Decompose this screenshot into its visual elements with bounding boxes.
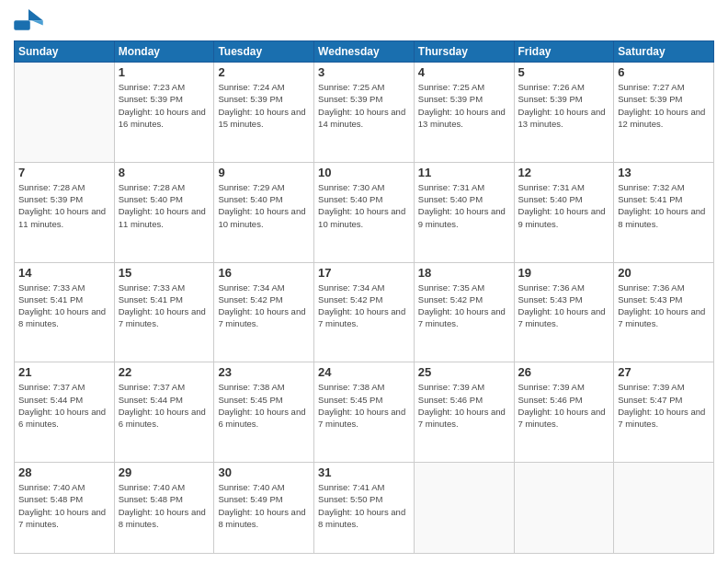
day-number: 27: [618, 365, 710, 379]
day-info: Sunrise: 7:25 AMSunset: 5:39 PMDaylight:…: [318, 81, 410, 130]
day-info: Sunrise: 7:41 AMSunset: 5:50 PMDaylight:…: [318, 481, 410, 530]
day-info: Sunrise: 7:38 AMSunset: 5:45 PMDaylight:…: [318, 381, 410, 430]
calendar-day-cell: 6Sunrise: 7:27 AMSunset: 5:39 PMDaylight…: [614, 63, 714, 163]
day-number: 28: [18, 465, 110, 479]
calendar-day-cell: 8Sunrise: 7:28 AMSunset: 5:40 PMDaylight…: [114, 162, 214, 262]
calendar-table: SundayMondayTuesdayWednesdayThursdayFrid…: [14, 40, 714, 554]
calendar-week-row: 7Sunrise: 7:28 AMSunset: 5:39 PMDaylight…: [15, 162, 714, 262]
day-info: Sunrise: 7:32 AMSunset: 5:41 PMDaylight:…: [618, 181, 710, 230]
day-number: 7: [18, 166, 110, 179]
calendar-day-cell: 23Sunrise: 7:38 AMSunset: 5:45 PMDayligh…: [214, 362, 314, 463]
calendar-day-cell: [614, 463, 714, 554]
weekday-header: Saturday: [614, 41, 714, 63]
day-number: 6: [618, 65, 710, 79]
day-number: 14: [18, 266, 110, 280]
day-number: 25: [418, 365, 510, 379]
calendar-week-row: 14Sunrise: 7:33 AMSunset: 5:41 PMDayligh…: [15, 262, 714, 362]
day-info: Sunrise: 7:34 AMSunset: 5:42 PMDaylight:…: [218, 282, 310, 330]
header: [14, 9, 714, 35]
day-info: Sunrise: 7:35 AMSunset: 5:42 PMDaylight:…: [418, 282, 510, 330]
calendar-day-cell: 11Sunrise: 7:31 AMSunset: 5:40 PMDayligh…: [414, 162, 514, 262]
day-info: Sunrise: 7:25 AMSunset: 5:39 PMDaylight:…: [418, 81, 510, 130]
day-info: Sunrise: 7:31 AMSunset: 5:40 PMDaylight:…: [418, 181, 510, 230]
calendar-day-cell: 19Sunrise: 7:36 AMSunset: 5:43 PMDayligh…: [514, 262, 614, 362]
weekday-header: Wednesday: [314, 41, 415, 63]
calendar-day-cell: [15, 63, 115, 163]
day-number: 9: [218, 166, 310, 179]
day-number: 31: [318, 465, 410, 479]
weekday-header: Thursday: [414, 41, 514, 63]
day-number: 1: [119, 65, 210, 79]
day-number: 18: [418, 266, 510, 280]
calendar-day-cell: 10Sunrise: 7:30 AMSunset: 5:40 PMDayligh…: [314, 162, 415, 262]
day-number: 20: [618, 266, 710, 280]
day-number: 2: [218, 65, 310, 79]
day-info: Sunrise: 7:33 AMSunset: 5:41 PMDaylight:…: [119, 282, 210, 330]
logo: [14, 9, 47, 35]
svg-marker-2: [32, 20, 43, 25]
day-number: 29: [119, 465, 210, 479]
day-number: 30: [218, 465, 310, 479]
day-info: Sunrise: 7:23 AMSunset: 5:39 PMDaylight:…: [119, 81, 210, 130]
calendar-day-cell: 25Sunrise: 7:39 AMSunset: 5:46 PMDayligh…: [414, 362, 514, 463]
day-info: Sunrise: 7:26 AMSunset: 5:39 PMDaylight:…: [518, 81, 610, 130]
calendar-week-row: 21Sunrise: 7:37 AMSunset: 5:44 PMDayligh…: [15, 362, 714, 463]
calendar-day-cell: 1Sunrise: 7:23 AMSunset: 5:39 PMDaylight…: [114, 63, 214, 163]
svg-rect-0: [14, 20, 30, 30]
day-info: Sunrise: 7:34 AMSunset: 5:42 PMDaylight:…: [318, 282, 410, 330]
svg-marker-1: [28, 9, 43, 20]
calendar-day-cell: 29Sunrise: 7:40 AMSunset: 5:48 PMDayligh…: [114, 463, 214, 554]
calendar-day-cell: 30Sunrise: 7:40 AMSunset: 5:49 PMDayligh…: [214, 463, 314, 554]
calendar-day-cell: 14Sunrise: 7:33 AMSunset: 5:41 PMDayligh…: [15, 262, 115, 362]
weekday-header-row: SundayMondayTuesdayWednesdayThursdayFrid…: [15, 41, 714, 63]
day-number: 26: [518, 365, 610, 379]
day-number: 19: [518, 266, 610, 280]
day-info: Sunrise: 7:24 AMSunset: 5:39 PMDaylight:…: [218, 81, 310, 130]
day-info: Sunrise: 7:40 AMSunset: 5:48 PMDaylight:…: [119, 481, 210, 530]
calendar-day-cell: 28Sunrise: 7:40 AMSunset: 5:48 PMDayligh…: [15, 463, 115, 554]
day-info: Sunrise: 7:39 AMSunset: 5:47 PMDaylight:…: [618, 381, 710, 430]
day-info: Sunrise: 7:38 AMSunset: 5:45 PMDaylight:…: [218, 381, 310, 430]
day-info: Sunrise: 7:39 AMSunset: 5:46 PMDaylight:…: [418, 381, 510, 430]
calendar-day-cell: 12Sunrise: 7:31 AMSunset: 5:40 PMDayligh…: [514, 162, 614, 262]
day-number: 15: [119, 266, 210, 280]
calendar-day-cell: 7Sunrise: 7:28 AMSunset: 5:39 PMDaylight…: [15, 162, 115, 262]
day-info: Sunrise: 7:40 AMSunset: 5:49 PMDaylight:…: [218, 481, 310, 530]
calendar-day-cell: [414, 463, 514, 554]
calendar-week-row: 28Sunrise: 7:40 AMSunset: 5:48 PMDayligh…: [15, 463, 714, 554]
calendar-day-cell: 31Sunrise: 7:41 AMSunset: 5:50 PMDayligh…: [314, 463, 415, 554]
day-number: 5: [518, 65, 610, 79]
day-number: 22: [119, 365, 210, 379]
day-info: Sunrise: 7:31 AMSunset: 5:40 PMDaylight:…: [518, 181, 610, 230]
calendar-day-cell: 17Sunrise: 7:34 AMSunset: 5:42 PMDayligh…: [314, 262, 415, 362]
day-info: Sunrise: 7:37 AMSunset: 5:44 PMDaylight:…: [18, 381, 110, 430]
day-info: Sunrise: 7:29 AMSunset: 5:40 PMDaylight:…: [218, 181, 310, 230]
calendar-day-cell: 20Sunrise: 7:36 AMSunset: 5:43 PMDayligh…: [614, 262, 714, 362]
weekday-header: Monday: [114, 41, 214, 63]
calendar-day-cell: 2Sunrise: 7:24 AMSunset: 5:39 PMDaylight…: [214, 63, 314, 163]
day-info: Sunrise: 7:36 AMSunset: 5:43 PMDaylight:…: [518, 282, 610, 330]
day-number: 23: [218, 365, 310, 379]
day-info: Sunrise: 7:28 AMSunset: 5:40 PMDaylight:…: [119, 181, 210, 230]
day-info: Sunrise: 7:28 AMSunset: 5:39 PMDaylight:…: [18, 181, 110, 230]
day-info: Sunrise: 7:37 AMSunset: 5:44 PMDaylight:…: [119, 381, 210, 430]
calendar-day-cell: 13Sunrise: 7:32 AMSunset: 5:41 PMDayligh…: [614, 162, 714, 262]
logo-icon: [14, 9, 43, 35]
day-number: 11: [418, 166, 510, 179]
day-info: Sunrise: 7:27 AMSunset: 5:39 PMDaylight:…: [618, 81, 710, 130]
calendar-day-cell: 27Sunrise: 7:39 AMSunset: 5:47 PMDayligh…: [614, 362, 714, 463]
day-number: 10: [318, 166, 410, 179]
calendar-day-cell: 16Sunrise: 7:34 AMSunset: 5:42 PMDayligh…: [214, 262, 314, 362]
calendar-day-cell: 21Sunrise: 7:37 AMSunset: 5:44 PMDayligh…: [15, 362, 115, 463]
day-info: Sunrise: 7:30 AMSunset: 5:40 PMDaylight:…: [318, 181, 410, 230]
calendar-day-cell: [514, 463, 614, 554]
calendar-day-cell: 15Sunrise: 7:33 AMSunset: 5:41 PMDayligh…: [114, 262, 214, 362]
weekday-header: Friday: [514, 41, 614, 63]
day-info: Sunrise: 7:36 AMSunset: 5:43 PMDaylight:…: [618, 282, 710, 330]
calendar-week-row: 1Sunrise: 7:23 AMSunset: 5:39 PMDaylight…: [15, 63, 714, 163]
calendar-day-cell: 24Sunrise: 7:38 AMSunset: 5:45 PMDayligh…: [314, 362, 415, 463]
day-number: 24: [318, 365, 410, 379]
calendar-day-cell: 5Sunrise: 7:26 AMSunset: 5:39 PMDaylight…: [514, 63, 614, 163]
calendar-day-cell: 22Sunrise: 7:37 AMSunset: 5:44 PMDayligh…: [114, 362, 214, 463]
calendar-day-cell: 9Sunrise: 7:29 AMSunset: 5:40 PMDaylight…: [214, 162, 314, 262]
